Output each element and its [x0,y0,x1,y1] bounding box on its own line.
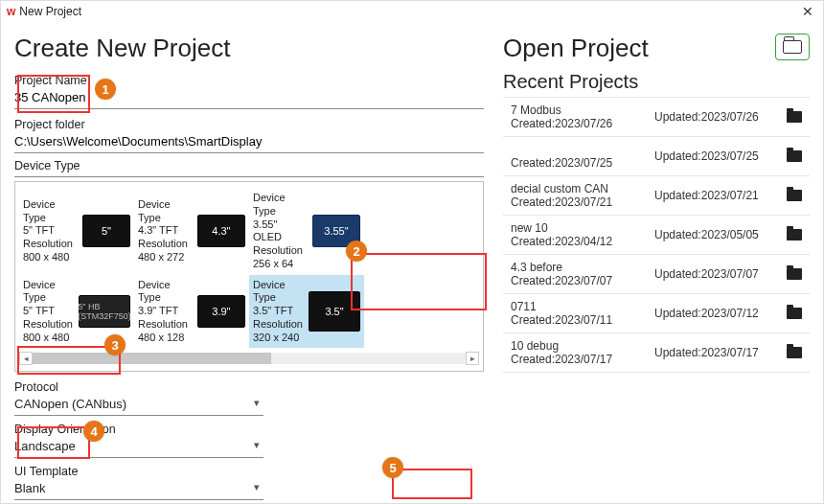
recent-created: Created:2023/07/17 [511,353,647,366]
recent-updated: Updated:2023/07/12 [654,307,779,320]
orientation-value: Landscape [14,439,76,453]
device-res-label: Resolution [23,238,77,251]
create-project-panel: Create New Project Project Name Project … [14,30,484,504]
device-thumb-icon: 3.9" [197,295,245,328]
device-res-value: 800 x 480 [23,251,77,264]
device-thumb-icon: 3.5" [309,291,360,332]
device-scrollbar[interactable]: ◂ ▸ [19,352,479,365]
device-res-label: Resolution [23,318,73,332]
recent-name: decial custom CAN [511,182,647,195]
device-thumb-icon: 5" [82,215,130,247]
device-option[interactable]: Device Type3.5" TFTResolution320 x 2403.… [249,275,364,349]
list-item[interactable]: 4.3 beforeCreated:2023/07/07Updated:2023… [503,255,810,294]
folder-icon [787,268,802,280]
recent-name: new 10 [511,221,647,235]
create-heading: Create New Project [14,34,484,63]
project-folder-label: Project folder [14,115,484,132]
device-type-value: 5" TFT [23,305,73,318]
app-logo-icon: w [7,5,15,18]
device-option[interactable]: Device Type5" TFTResolution800 x 4805" [19,188,134,275]
protocol-select[interactable]: CANopen (CANbus) [14,395,263,416]
protocol-label: Protocol [14,378,263,395]
device-res-label: Resolution [138,238,192,251]
folder-icon [787,308,802,319]
device-type-value: 3.9" TFT [138,305,192,318]
recent-updated: Updated:2023/07/21 [654,189,779,202]
list-item[interactable]: 0711Created:2023/07/11Updated:2023/07/12 [503,294,810,333]
folder-open-icon [783,40,802,54]
folder-icon [787,190,802,201]
recent-created: Created:2023/07/25 [511,156,647,170]
protocol-value: CANopen (CANbus) [14,397,126,411]
folder-icon [787,150,802,162]
folder-icon [787,347,802,358]
device-thumb-icon: 3.55" [312,215,360,247]
device-type-label: Device Type [23,279,73,306]
device-type-label: Device Type [23,198,77,225]
device-type-label: Device Type [14,153,484,177]
folder-icon [787,111,802,123]
open-heading: Open Project [503,34,810,63]
project-name-input[interactable] [14,88,484,109]
device-option[interactable]: Device Type5" TFTResolution800 x 4805" H… [19,275,134,349]
device-res-label: Resolution [253,318,303,332]
recent-name: 4.3 before [511,261,647,274]
device-type-label: Device Type [138,198,192,225]
recent-name [511,143,647,156]
device-type-value: 3.55" OLED [253,218,307,245]
open-project-panel: Open Project Recent Projects 7 ModbusCre… [503,30,810,504]
device-res-label: Resolution [253,244,307,258]
device-thumb-icon: 5" HB (STM32F750) [79,295,130,328]
scroll-right-button[interactable]: ▸ [466,352,479,365]
recent-updated: Updated:2023/07/26 [654,110,779,124]
template-label: UI Template [14,462,263,479]
device-res-value: 256 x 64 [253,258,307,271]
device-option[interactable]: Device Type3.9" TFTResolution480 x 1283.… [134,275,249,349]
device-res-label: Resolution [138,318,192,332]
orientation-label: Display Orientation [14,420,263,437]
orientation-select[interactable]: Landscape [14,437,263,458]
device-res-value: 480 x 272 [138,251,192,264]
template-value: Blank [14,481,46,495]
device-res-value: 320 x 240 [253,332,303,345]
device-type-value: 3.5" TFT [253,305,303,318]
recent-created: Created:2023/07/11 [511,313,647,327]
scroll-left-button[interactable]: ◂ [19,352,33,365]
device-type-box: Device Type5" TFTResolution800 x 4805"De… [14,181,484,372]
project-folder-input[interactable] [14,132,484,153]
window-close-button[interactable]: ✕ [798,4,817,19]
recent-created: Created:2023/04/12 [511,235,647,248]
scroll-track[interactable] [33,353,466,364]
device-res-value: 800 x 480 [23,332,73,345]
recent-updated: Updated:2023/07/17 [654,346,779,359]
recent-updated: Updated:2023/07/07 [654,267,779,281]
template-select[interactable]: Blank [14,479,263,500]
device-type-label: Device Type [253,192,307,218]
list-item[interactable]: decial custom CANCreated:2023/07/21Updat… [503,176,810,216]
window-title: New Project [19,5,81,18]
recent-projects-list[interactable]: 7 ModbusCreated:2023/07/26Updated:2023/0… [503,97,810,384]
titlebar: w New Project ✕ [1,1,823,22]
list-item[interactable]: new 10Created:2023/04/12Updated:2023/05/… [503,216,810,255]
folder-icon [787,229,802,241]
device-thumb-icon: 4.3" [197,215,245,247]
recent-heading: Recent Projects [503,71,810,93]
device-type-value: 4.3" TFT [138,224,192,238]
recent-created: Created:2023/07/26 [511,117,647,130]
recent-updated: Updated:2023/05/05 [654,228,779,241]
recent-created: Created:2023/07/07 [511,274,647,287]
list-item[interactable]: 10 debugCreated:2023/07/17Updated:2023/0… [503,333,810,373]
open-folder-button[interactable] [775,34,810,60]
recent-name: 0711 [511,300,647,313]
device-type-value: 5" TFT [23,224,77,238]
device-type-label: Device Type [253,279,303,306]
device-option[interactable]: Device Type4.3" TFTResolution480 x 2724.… [134,188,249,275]
list-item[interactable]: Created:2023/07/25Updated:2023/07/25 [503,137,810,176]
list-item[interactable]: 7 ModbusCreated:2023/07/26Updated:2023/0… [503,98,810,137]
device-option[interactable]: Device Type3.55" OLEDResolution256 x 643… [249,188,364,275]
scroll-thumb[interactable] [33,353,271,364]
project-name-label: Project Name [14,71,484,88]
device-res-value: 480 x 128 [138,332,192,345]
recent-name: 10 debug [511,339,647,353]
recent-name: 7 Modbus [511,103,647,117]
